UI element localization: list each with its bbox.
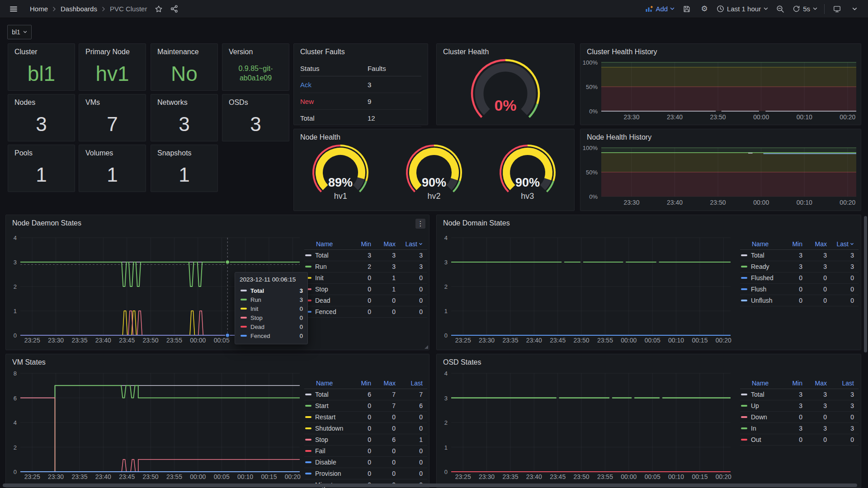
panel-title[interactable]: Cluster Faults [300, 48, 345, 56]
panel-title[interactable]: Node Domain States [443, 219, 510, 227]
star-icon[interactable] [153, 4, 164, 14]
svg-text:89%: 89% [328, 176, 353, 189]
refresh-button[interactable]: 5s [793, 5, 817, 13]
legend-row-init[interactable]: Init010 [304, 272, 427, 284]
legend-row-ready[interactable]: Ready333 [740, 261, 859, 272]
legend-row-shutdown[interactable]: Shutdown000 [304, 423, 427, 434]
legend-row-total[interactable]: Total333 [740, 250, 859, 261]
panel-title[interactable]: OSD States [443, 358, 481, 366]
breadcrumb-home[interactable]: Home [30, 5, 48, 13]
variable-dropdown[interactable]: bl1 [7, 25, 32, 39]
legend-header-last[interactable]: Last [831, 380, 859, 387]
panel-title[interactable]: Snapshots [157, 149, 192, 157]
legend-header-last[interactable]: Last [831, 240, 859, 248]
panel-title[interactable]: Node Health History [587, 133, 651, 141]
tooltip-value: 3 [300, 287, 303, 294]
svg-text:00:00: 00:00 [753, 113, 769, 121]
chevron-right-icon [52, 6, 56, 12]
panel-title[interactable]: Cluster Health History [587, 48, 657, 56]
svg-text:0%: 0% [494, 97, 516, 114]
faults-table: StatusFaultsAck3New9Total12 [300, 61, 421, 127]
panel-title[interactable]: Cluster Health [443, 48, 489, 56]
panel-title[interactable]: Pools [14, 149, 33, 157]
svg-text:3: 3 [14, 259, 17, 266]
legend-header-last[interactable]: Last [400, 240, 427, 248]
legend-header-min[interactable]: Min [351, 240, 376, 248]
legend-series-name: Total [304, 391, 351, 398]
panel-title[interactable]: Node Daemon States [12, 219, 81, 227]
display-icon[interactable] [831, 4, 842, 14]
dashboard-settings-icon[interactable]: ⚙ [699, 4, 710, 14]
series-color-swatch [741, 288, 747, 290]
legend-row-total[interactable]: Total333 [740, 389, 859, 400]
column-header[interactable]: Faults [368, 65, 421, 72]
svg-text:23:50: 23:50 [574, 473, 590, 480]
panel-title[interactable]: Nodes [14, 99, 35, 107]
legend-row-dead[interactable]: Dead000 [304, 295, 427, 306]
legend-header-max[interactable]: Max [376, 380, 400, 387]
panel-menu-icon[interactable]: ⋮ [415, 219, 425, 229]
legend-value: 6 [351, 391, 376, 398]
legend-header-min[interactable]: Min [783, 380, 807, 387]
legend-row-in[interactable]: In333 [740, 423, 859, 434]
save-dashboard-icon[interactable] [681, 4, 692, 14]
legend-row-fail[interactable]: Fail000 [304, 446, 427, 457]
share-icon[interactable] [169, 4, 179, 14]
panel-title[interactable]: Primary Node [85, 48, 130, 56]
legend-row-run[interactable]: Run233 [304, 261, 427, 272]
legend-row-flush[interactable]: Flush000 [740, 284, 859, 295]
legend-header-name[interactable]: Name [304, 240, 351, 248]
legend-header-name[interactable]: Name [304, 380, 351, 387]
menu-icon[interactable] [8, 4, 19, 14]
legend-row-out[interactable]: Out000 [740, 434, 859, 446]
legend-row-fenced[interactable]: Fenced000 [304, 306, 427, 318]
legend-header-max[interactable]: Max [807, 240, 831, 248]
legend-row-restart[interactable]: Restart000 [304, 412, 427, 423]
svg-text:2: 2 [14, 444, 17, 451]
tooltip-row-init: Init0 [240, 304, 303, 313]
legend-row-start[interactable]: Start076 [304, 400, 427, 412]
legend-header-last[interactable]: Last [400, 380, 427, 387]
legend-row-provision[interactable]: Provision000 [304, 468, 427, 479]
panel-title[interactable]: Node Health [300, 133, 340, 141]
legend-row-disable[interactable]: Disable000 [304, 457, 427, 468]
legend-row-unflush[interactable]: Unflush000 [740, 295, 859, 306]
legend-header-name[interactable]: Name [740, 240, 783, 248]
add-panel-button[interactable]: Add [645, 5, 675, 13]
legend-header-max[interactable]: Max [376, 240, 400, 248]
panel-title[interactable]: VMs [85, 99, 100, 107]
legend-row-stop[interactable]: Stop010 [304, 284, 427, 295]
legend-row-down[interactable]: Down000 [740, 412, 859, 423]
time-range-picker[interactable]: Last 1 hour [717, 5, 768, 13]
variable-value: bl1 [12, 28, 20, 36]
legend-row-flushed[interactable]: Flushed000 [740, 272, 859, 284]
legend-header-name[interactable]: Name [740, 380, 783, 387]
panel-title[interactable]: OSDs [229, 99, 248, 107]
legend-header-min[interactable]: Min [783, 240, 807, 248]
stat-value: 0.9.85~git-ab0a1e09 [222, 59, 289, 88]
legend-value: 3 [400, 263, 427, 270]
faults-row: New9 [300, 93, 421, 110]
panel-title[interactable]: Version [229, 48, 253, 56]
panel-title[interactable]: Maintenance [157, 48, 199, 56]
legend-series-name: Stop [304, 286, 351, 293]
column-header[interactable]: Status [300, 65, 368, 72]
zoom-out-icon[interactable] [775, 4, 786, 14]
panel-title[interactable]: VM States [12, 358, 46, 366]
legend-row-total[interactable]: Total677 [304, 389, 427, 400]
legend-header-min[interactable]: Min [351, 380, 376, 387]
breadcrumb-dashboards[interactable]: Dashboards [61, 5, 97, 13]
legend-header-max[interactable]: Max [807, 380, 831, 387]
fault-count: 12 [368, 114, 421, 122]
caret-down-icon[interactable] [849, 4, 860, 14]
panel-title[interactable]: Networks [157, 99, 188, 107]
legend-row-up[interactable]: Up333 [740, 400, 859, 412]
panel-title[interactable]: Volumes [85, 149, 113, 157]
horizontal-scrollbar[interactable] [3, 483, 857, 487]
legend-row-total[interactable]: Total333 [304, 250, 427, 261]
legend-value: 0 [376, 308, 400, 315]
legend-value: 0 [783, 413, 807, 421]
panel-title[interactable]: Cluster [14, 48, 38, 56]
vertical-scrollbar[interactable] [864, 216, 867, 352]
legend-row-stop[interactable]: Stop061 [304, 434, 427, 446]
